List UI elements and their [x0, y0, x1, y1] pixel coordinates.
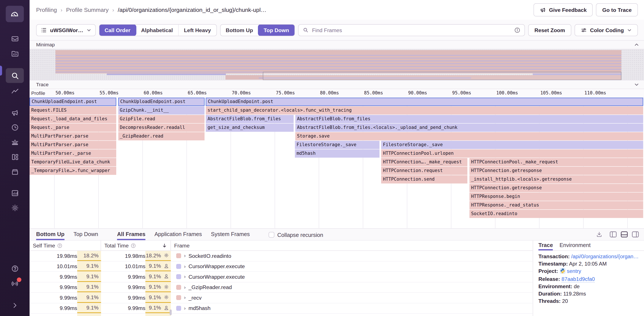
sidebar-item-dashboards[interactable] — [6, 150, 24, 163]
flame-frame[interactable]: AbstractFileBlob.from_files — [206, 115, 294, 123]
flame-frame[interactable]: md5hash — [295, 149, 379, 158]
flame-frame[interactable]: FilestoreStorage._save — [295, 141, 379, 149]
table-row[interactable]: 9.99ms9.1%9.99ms9.1%›_GzipReader.read — [30, 282, 533, 293]
flame-frame[interactable]: _GzipReader.read — [118, 132, 204, 140]
table-row[interactable]: 9.99ms9.1%9.99ms9.1%›_recv — [30, 293, 533, 303]
sidebar-item-alerts[interactable] — [6, 135, 24, 149]
layout-right-panel-icon[interactable] — [632, 231, 639, 238]
color-coding-dropdown[interactable]: Color Coding — [574, 24, 638, 36]
flame-frame[interactable]: HTTPConnection.send — [381, 175, 468, 183]
sort-option-left-heavy[interactable]: Left Heavy — [178, 24, 216, 35]
expand-chevron-icon[interactable]: › — [184, 295, 186, 301]
sidebar-item-issues[interactable] — [6, 32, 24, 45]
expand-chevron-icon[interactable]: › — [184, 305, 186, 311]
tab-top-down[interactable]: Top Down — [74, 229, 98, 240]
direction-option-bottom-up[interactable]: Bottom Up — [220, 24, 258, 35]
flame-frame[interactable]: GzipChunk.__init__ — [118, 106, 204, 114]
flame-frame[interactable]: HTTPConnection.getresponse — [470, 167, 643, 175]
flame-frame[interactable]: TemporaryFileU…ive_data_chunk — [30, 158, 116, 166]
tab-application-frames[interactable]: Application Frames — [154, 229, 202, 240]
sidebar-item-settings[interactable] — [6, 201, 24, 214]
flame-frame[interactable]: MultiPartParser._parse — [30, 149, 116, 158]
table-row[interactable] — [30, 314, 533, 316]
flame-frame[interactable]: HTTPConnectionPool._make_request — [470, 158, 643, 166]
flame-frame[interactable]: HTTPConnection.request — [381, 167, 468, 175]
sidebar-item-explore[interactable] — [6, 68, 24, 83]
find-frames-search[interactable] — [298, 24, 525, 36]
flame-frame[interactable]: HTTPConnection…._make_request — [381, 158, 468, 166]
info-icon[interactable] — [514, 27, 521, 33]
chevron-down-icon[interactable] — [634, 82, 639, 87]
reset-zoom-button[interactable]: Reset Zoom — [528, 24, 571, 36]
layout-bottom-panel-icon[interactable] — [620, 231, 628, 238]
flame-frame[interactable]: DecompressReader.readall — [118, 123, 204, 132]
expand-sidebar-icon[interactable] — [6, 299, 24, 312]
direction-option-top-down[interactable]: Top Down — [258, 24, 294, 35]
chevron-up-icon[interactable] — [634, 42, 639, 47]
collapse-recursion-toggle[interactable]: Collapse recursion — [269, 229, 323, 240]
thread-selector-dropdown[interactable]: uWSGIWor… — [36, 24, 96, 36]
go-to-trace-button[interactable]: Go to Trace — [596, 3, 638, 16]
sidebar-item-insights[interactable] — [6, 84, 24, 98]
whats-new-broadcast-icon[interactable] — [6, 277, 24, 290]
flame-frame[interactable]: HTTPResponse._read_status — [470, 201, 643, 209]
give-feedback-button[interactable]: Give Feedback — [533, 3, 593, 16]
self-time-column-header[interactable]: Self Time — [30, 241, 101, 251]
table-scrollbar[interactable] — [170, 310, 172, 315]
tab-bottom-up[interactable]: Bottom Up — [36, 229, 64, 240]
flame-frame[interactable]: start_child_span_decorator.<locals>.func… — [206, 106, 643, 114]
breadcrumb-item[interactable]: Profiling — [36, 6, 57, 13]
flame-frame[interactable]: ChunkUploadEndpoint.post — [206, 98, 643, 106]
flame-frame[interactable]: AbstractFileBlob.from_files.<locals>._up… — [295, 123, 643, 132]
table-row[interactable]: 9.99ms9.1%9.99ms9.1%›CursorWrapper.execu… — [30, 272, 533, 282]
flame-frame[interactable]: SocketIO.readinto — [470, 210, 643, 218]
flame-frame[interactable]: HTTPConnection.getresponse — [470, 184, 643, 192]
flame-frame[interactable]: HTTPResponse.begin — [470, 193, 643, 201]
flame-frame[interactable]: Request._parse — [30, 123, 116, 132]
sort-option-alphabetical[interactable]: Alphabetical — [136, 24, 178, 35]
flamegraph[interactable]: ChunkUploadEndpoint.postChunkUploadEndpo… — [30, 98, 644, 228]
flame-frame[interactable]: ChunkUploadEndpoint.post — [30, 98, 116, 106]
expand-chevron-icon[interactable]: › — [184, 284, 186, 290]
sentry-logo-icon[interactable] — [6, 6, 24, 22]
flame-frame[interactable]: Request.FILES — [30, 106, 116, 114]
expand-chevron-icon[interactable]: › — [184, 274, 186, 280]
sort-option-call-order[interactable]: Call Order — [99, 24, 136, 35]
table-row[interactable]: 19.98ms18.2%19.98ms18.2%›SocketIO.readin… — [30, 251, 533, 262]
flame-frame[interactable]: AbstractFileBlob.from_files — [295, 115, 643, 123]
flame-frame[interactable]: HTTPConnectionPool.urlopen — [381, 149, 643, 158]
sidebar-item-stats[interactable] — [6, 186, 24, 200]
minimap[interactable] — [30, 49, 644, 80]
breadcrumb-item[interactable]: /api/0/organizations/{organization_id_or… — [118, 6, 266, 13]
expand-chevron-icon[interactable]: › — [184, 253, 186, 259]
sidebar-item-releases[interactable] — [6, 121, 24, 134]
flame-frame[interactable]: MultiPartParser.parse — [30, 132, 116, 140]
breadcrumb-item[interactable]: Profile Summary — [66, 6, 108, 13]
flame-frame[interactable]: Request._load_data_and_files — [30, 115, 116, 123]
export-download-icon[interactable] — [596, 231, 602, 238]
flame-frame[interactable]: GzipFile.read — [118, 115, 204, 123]
details-field-value[interactable]: /api/0/organizations/{organ… — [571, 253, 638, 260]
details-field-value[interactable]: 87aab1d9cfa0 — [562, 276, 595, 282]
table-row[interactable]: 10.01ms9.1%10.01ms9.1%›CursorWrapper.exe… — [30, 261, 533, 272]
flame-frame[interactable]: _TemporaryFile…>.func_wrapper — [30, 167, 116, 175]
tab-system-frames[interactable]: System Frames — [211, 229, 250, 240]
details-tab-trace[interactable]: Trace — [538, 241, 553, 251]
expand-chevron-icon[interactable]: › — [184, 263, 186, 269]
search-input[interactable] — [311, 26, 511, 33]
table-row[interactable]: 9.99ms9.1%9.99ms9.1%›md5hash — [30, 303, 533, 314]
sidebar-item-discover[interactable] — [6, 165, 24, 178]
details-tab-environment[interactable]: Environment — [560, 241, 590, 251]
details-field-value[interactable]: sentry — [567, 268, 581, 274]
sidebar-item-feedback[interactable] — [6, 106, 24, 119]
total-time-column-header[interactable]: Total Time — [101, 241, 171, 251]
layout-left-panel-icon[interactable] — [610, 231, 617, 238]
help-icon[interactable] — [6, 262, 24, 275]
frame-column-header[interactable]: Frame — [171, 241, 533, 251]
flame-frame[interactable]: Storage.save — [295, 132, 643, 140]
collapse-recursion-checkbox[interactable] — [269, 232, 274, 238]
sidebar-item-projects[interactable] — [6, 47, 24, 60]
flame-frame[interactable]: MultiPartParser.parse — [30, 141, 116, 149]
tab-all-frames[interactable]: All Frames — [117, 229, 145, 240]
flame-frame[interactable]: FilestoreStorage._save — [381, 141, 643, 149]
